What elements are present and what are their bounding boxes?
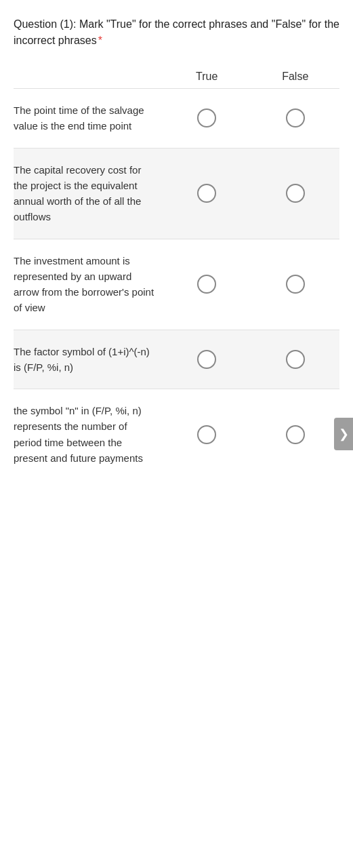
- row3-false-radio[interactable]: [286, 275, 305, 294]
- row5-true-radio[interactable]: [197, 425, 216, 444]
- next-button[interactable]: ❯: [334, 418, 353, 450]
- table-row: The investment amount is represented by …: [14, 239, 339, 330]
- row2-false-cell: [251, 184, 340, 203]
- question-header: Question (1): Mark "True" for the correc…: [14, 16, 339, 49]
- row1-false-radio[interactable]: [286, 108, 305, 127]
- table-row: The point time of the salvage value is t…: [14, 88, 339, 148]
- table-row: the symbol "n" in (F/P, %i, n) represent…: [14, 389, 339, 479]
- row3-true-cell: [163, 275, 251, 294]
- row2-true-radio[interactable]: [197, 184, 216, 203]
- row4-text: The factor symbol of (1+i)^(-n) is (F/P,…: [14, 344, 163, 376]
- row1-true-cell: [163, 108, 251, 127]
- question-text: Question (1): Mark "True" for the correc…: [14, 18, 339, 46]
- table-header-row: True False: [14, 65, 339, 88]
- row1-false-cell: [251, 108, 340, 127]
- row5-false-cell: [251, 425, 340, 444]
- row2-false-radio[interactable]: [286, 184, 305, 203]
- false-col-header: False: [251, 71, 340, 83]
- row4-false-cell: [251, 350, 340, 369]
- row4-true-radio[interactable]: [197, 350, 216, 369]
- table-row: The factor symbol of (1+i)^(-n) is (F/P,…: [14, 330, 339, 389]
- row5-text: the symbol "n" in (F/P, %i, n) represent…: [14, 403, 163, 466]
- row3-true-radio[interactable]: [197, 275, 216, 294]
- row5-false-radio[interactable]: [286, 425, 305, 444]
- row2-true-cell: [163, 184, 251, 203]
- true-col-header: True: [163, 71, 251, 83]
- row1-text: The point time of the salvage value is t…: [14, 102, 163, 134]
- page-container: Question (1): Mark "True" for the correc…: [0, 0, 353, 496]
- row4-false-radio[interactable]: [286, 350, 305, 369]
- row1-true-radio[interactable]: [197, 108, 216, 127]
- row4-true-cell: [163, 350, 251, 369]
- row3-text: The investment amount is represented by …: [14, 253, 163, 316]
- table-row: The capital recovery cost for the projec…: [14, 148, 339, 239]
- required-star: *: [98, 35, 102, 46]
- row5-true-cell: [163, 425, 251, 444]
- row2-text: The capital recovery cost for the projec…: [14, 162, 163, 225]
- row3-false-cell: [251, 275, 340, 294]
